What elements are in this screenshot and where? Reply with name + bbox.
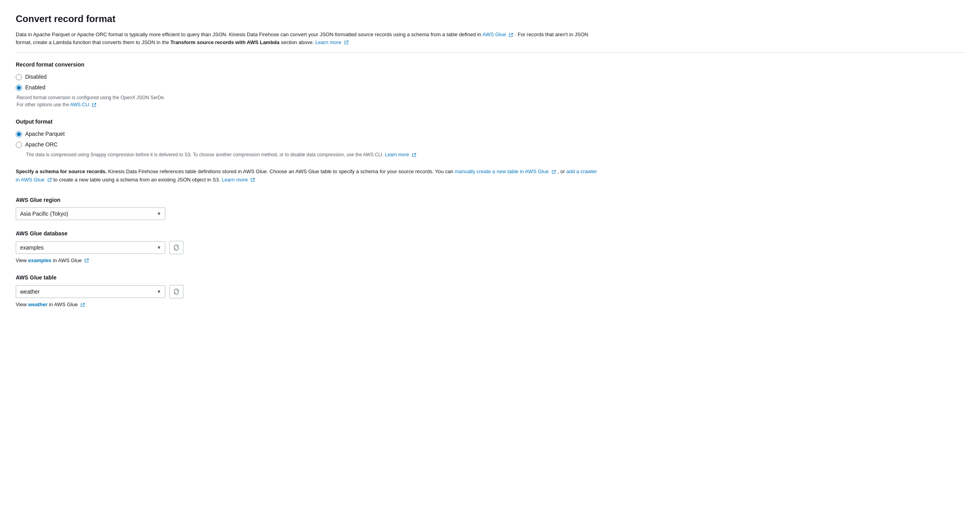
aws-glue-table-select[interactable]: weather (16, 285, 165, 298)
schema-learn-more-ext-icon (250, 178, 255, 182)
orc-helper-text: The data is compressed using Snappy comp… (26, 151, 964, 158)
aws-glue-database-select-wrapper: examples ▼ (16, 241, 165, 254)
orc-helper-span: The data is compressed using Snappy comp… (26, 152, 384, 157)
schema-description-block: Specify a schema for source records. Kin… (16, 168, 598, 184)
database-view-link[interactable]: examples (28, 257, 52, 263)
helper-end: . (98, 102, 99, 107)
aws-cli-ext-icon (92, 103, 96, 107)
learn-more-link[interactable]: Learn more (315, 39, 341, 45)
table-refresh-icon (173, 289, 179, 295)
output-format-radio-group: Apache Parquet Apache ORC (16, 130, 964, 149)
record-format-label: Record format conversion (16, 61, 964, 69)
disabled-radio[interactable] (16, 74, 22, 80)
aws-glue-database-field: AWS Glue database examples ▼ View exampl… (16, 229, 964, 265)
aws-cli-link[interactable]: AWS CLI (70, 102, 89, 107)
helper-line1: Record format conversion is configured u… (17, 95, 165, 100)
aws-glue-link[interactable]: AWS Glue (483, 31, 506, 37)
database-refresh-button[interactable] (169, 241, 183, 254)
enabled-label[interactable]: Enabled (25, 83, 45, 92)
aws-glue-region-row: US East (N. Virginia) US East (Ohio) US … (16, 207, 964, 220)
aws-glue-database-select[interactable]: examples (16, 241, 165, 254)
aws-glue-table-label: AWS Glue table (16, 274, 964, 282)
enabled-option: Enabled (16, 83, 964, 92)
table-refresh-button[interactable] (169, 285, 183, 298)
aws-glue-database-row: examples ▼ (16, 241, 964, 254)
aws-glue-region-label: AWS Glue region (16, 196, 964, 204)
section-divider (16, 52, 964, 53)
aws-glue-table-field: AWS Glue table weather ▼ View weather in… (16, 274, 964, 309)
table-view-ext-icon (80, 303, 85, 307)
schema-text: Kinesis Data Firehose references table d… (108, 168, 453, 174)
database-view-prefix: View (16, 257, 27, 263)
description-bold: Transform source records with AWS Lambda (170, 39, 279, 45)
database-view-suffix: in AWS Glue (53, 257, 81, 263)
crawler-ext-icon (47, 178, 52, 182)
output-format-label: Output format (16, 118, 964, 126)
output-format-section: Output format Apache Parquet Apache ORC … (16, 118, 964, 158)
aws-glue-table-row: weather ▼ (16, 285, 964, 298)
schema-bold: Specify a schema for source records. (16, 168, 107, 174)
schema-learn-more-link[interactable]: Learn more (222, 177, 248, 183)
record-format-helper: Record format conversion is configured u… (17, 94, 964, 108)
orc-option: Apache ORC (16, 141, 964, 149)
aws-glue-region-field: AWS Glue region US East (N. Virginia) US… (16, 196, 964, 220)
schema-end: to create a new table using a schema fro… (53, 177, 220, 183)
schema-mid: , or (557, 168, 565, 174)
aws-glue-database-label: AWS Glue database (16, 229, 964, 238)
helper-line2: For other options use the (17, 102, 69, 107)
database-refresh-icon (173, 244, 179, 251)
table-view-prefix: View (16, 302, 27, 307)
aws-glue-ext-icon (508, 33, 513, 37)
page-description: Data in Apache Parquet or Apache ORC for… (16, 31, 598, 46)
parquet-option: Apache Parquet (16, 130, 964, 138)
learn-more-ext-icon (344, 40, 349, 45)
aws-glue-table-select-wrapper: weather ▼ (16, 285, 165, 298)
orc-label[interactable]: Apache ORC (25, 141, 57, 149)
parquet-radio[interactable] (16, 131, 22, 137)
page-title: Convert record format (16, 12, 964, 26)
aws-glue-region-select[interactable]: US East (N. Virginia) US East (Ohio) US … (16, 207, 165, 220)
disabled-option: Disabled (16, 73, 964, 81)
database-view-ext-icon (84, 258, 89, 263)
record-format-radio-group: Disabled Enabled (16, 73, 964, 92)
aws-glue-region-select-wrapper: US East (N. Virginia) US East (Ohio) US … (16, 207, 165, 220)
create-table-ext-icon (551, 170, 556, 174)
parquet-label[interactable]: Apache Parquet (25, 130, 65, 138)
create-table-link[interactable]: manually create a new table in AWS Glue (455, 168, 549, 174)
description-text-before-glue: Data in Apache Parquet or Apache ORC for… (16, 31, 481, 37)
disabled-label[interactable]: Disabled (25, 73, 46, 81)
table-view-link[interactable]: weather (28, 302, 48, 307)
orc-learn-more-link[interactable]: Learn more (385, 152, 409, 157)
orc-learn-more-ext-icon (412, 153, 416, 157)
table-view-link-row: View weather in AWS Glue (16, 301, 964, 309)
description-text-end: section above. (281, 39, 314, 45)
table-view-suffix: in AWS Glue (49, 302, 78, 307)
database-view-link-row: View examples in AWS Glue (16, 257, 964, 265)
orc-radio[interactable] (16, 142, 22, 148)
record-format-section: Record format conversion Disabled Enable… (16, 61, 964, 108)
enabled-radio[interactable] (16, 85, 22, 91)
